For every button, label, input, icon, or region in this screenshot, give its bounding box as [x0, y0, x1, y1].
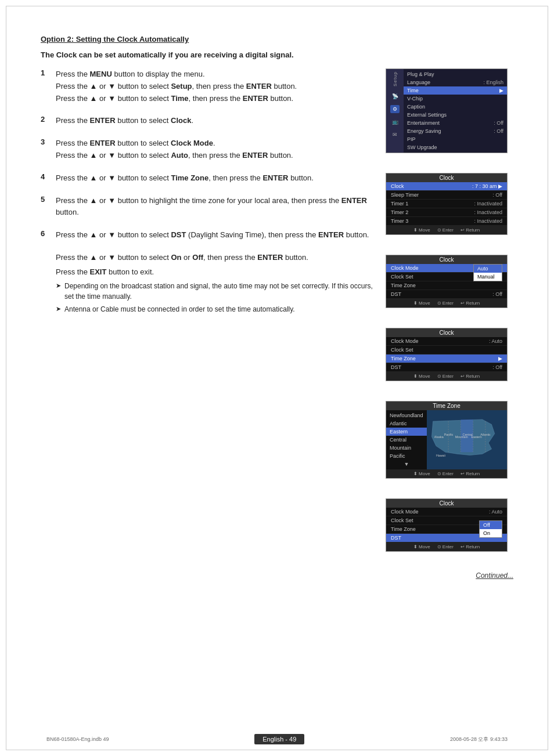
step-6-note2: ➤ Antenna or Cable must be connected in …: [56, 304, 374, 314]
setup-item-energy: Energy Saving: Off: [404, 127, 507, 135]
step-text-4: Press the ▲ or ▼ button to select Time Z…: [56, 172, 314, 185]
svg-text:Alaska: Alaska: [434, 435, 444, 439]
clock4-nav: ⬍ Move⊙ Enter↩ Return: [386, 542, 507, 551]
bold-intro: The Clock can be set automatically if yo…: [41, 50, 513, 59]
step-3: 3 Press the ENTER button to select Clock…: [41, 138, 374, 162]
svg-text:Hawaii: Hawaii: [436, 454, 445, 457]
clock2-nav: ⬍ Move⊙ Enter↩ Return: [386, 299, 507, 308]
clock1-item-timer1: Timer 1: Inactivated: [386, 200, 507, 208]
setup-item-entertainment: Entertainment: Off: [404, 119, 507, 127]
sidebar-icon-envelope: ✉: [390, 131, 400, 139]
setup-item-external: External Settings: [404, 111, 507, 119]
setup-item-plug: Plug & Play: [404, 70, 507, 78]
sidebar-icon-antenna: 📡: [390, 92, 400, 100]
tv-menu-setup: Setup 📡 ⚙ 📺 ✉ Plug & Play Language: Engl…: [386, 68, 508, 153]
setup-item-vchip: V-Chip: [404, 95, 507, 103]
clock1-header: Clock: [386, 173, 507, 182]
tz-content: Newfoundland Atlantic Eastern Central Mo…: [386, 410, 507, 469]
dropdown-on[interactable]: On: [480, 529, 502, 537]
setup-menu-content: Setup 📡 ⚙ 📺 ✉ Plug & Play Language: Engl…: [386, 69, 507, 153]
footer-right: 2008-05-28 오후 9:43:33: [450, 736, 508, 743]
tz-central: Central: [386, 436, 427, 444]
continued-text: Continued...: [41, 571, 513, 580]
svg-text:Atlantic: Atlantic: [480, 433, 491, 436]
tv-menu-timezone: Time Zone Newfoundland Atlantic Eastern …: [386, 401, 508, 479]
tv-menu-clock4: Clock Clock Mode: Auto Clock Set Time Zo…: [386, 498, 508, 552]
clock3-item-dst: DST: Off: [386, 363, 507, 372]
step-4: 4 Press the ▲ or ▼ button to select Time…: [41, 172, 374, 185]
setup-item-language: Language: English: [404, 78, 507, 86]
step-text-1: Press the MENU button to display the men…: [56, 68, 297, 104]
tz-pacific: Pacific: [386, 452, 427, 460]
dropdown-manual[interactable]: Manual: [474, 273, 502, 281]
clock2-item-tz: Time Zone: [386, 281, 507, 290]
note-text-1: Depending on the broadcast station and s…: [64, 281, 374, 302]
setup-item-sw: SW Upgrade: [404, 143, 507, 151]
clock4-item-mode: Clock Mode: Auto: [386, 508, 507, 516]
step-num-2: 2: [41, 115, 50, 127]
footer-left: BN68-01580A-Eng.indb 49: [46, 736, 109, 742]
setup-item-pip: PIP: [404, 135, 507, 143]
clock4-dropdown[interactable]: Off On: [479, 520, 502, 538]
tz-atlantic: Atlantic: [386, 419, 427, 428]
tv-menu-clock3: Clock Clock Mode: Auto Clock Set Time Zo…: [386, 328, 508, 381]
note-arrow-2: ➤: [56, 304, 61, 314]
footer-center: English - 49: [254, 734, 304, 744]
clock1-nav: ⬍ Move⊙ Enter↩ Return: [386, 226, 507, 234]
note-arrow-1: ➤: [56, 281, 61, 302]
tz-nav: ⬍ Move⊙ Enter↩ Return: [386, 469, 507, 478]
svg-text:Pacific: Pacific: [444, 433, 454, 436]
clock3-header: Clock: [386, 328, 507, 337]
tz-map: Alaska Pacific Mountain Central Eastern …: [427, 410, 507, 469]
clock1-item-sleep: Sleep Timer: Off: [386, 191, 507, 200]
tz-header: Time Zone: [386, 401, 507, 410]
setup-items: Plug & Play Language: English Time▶ V-Ch…: [404, 69, 507, 153]
clock3-item-tz: Time Zone▶: [386, 355, 507, 363]
section-title: Option 2: Setting the Clock Automaticall…: [41, 35, 513, 44]
step-num-1: 1: [41, 68, 50, 104]
step-num-3: 3: [41, 138, 50, 162]
dropdown-auto[interactable]: Auto: [474, 265, 502, 273]
tz-eastern: Eastern: [386, 428, 427, 436]
step-text-2: Press the ENTER button to select Clock.: [56, 115, 193, 127]
step-6: 6 Press the ▲ or ▼ button to select DST …: [41, 229, 374, 241]
step-text-6: Press the ▲ or ▼ button to select DST (D…: [56, 229, 369, 241]
clock2-dropdown[interactable]: Auto Manual: [473, 264, 502, 281]
step-5: 5 Press the ▲ or ▼ button to highlight t…: [41, 195, 374, 219]
right-col: Setup 📡 ⚙ 📺 ✉ Plug & Play Language: Engl…: [386, 68, 513, 554]
tv-menu-clock1: Clock Clock: 7 : 30 am ▶ Sleep Timer: Of…: [386, 173, 508, 235]
clock3-item-mode: Clock Mode: Auto: [386, 337, 507, 346]
step-num-6: 6: [41, 229, 50, 241]
clock3-item-set: Clock Set: [386, 346, 507, 355]
step-text-3: Press the ENTER button to select Clock M…: [56, 138, 293, 162]
clock2-item-dst: DST: Off: [386, 290, 507, 299]
clock1-item-clock: Clock: 7 : 30 am ▶: [386, 182, 507, 191]
setup-item-caption: Caption: [404, 103, 507, 111]
left-col: 1 Press the MENU button to display the m…: [41, 68, 374, 554]
step-6-sub1: Press the ▲ or ▼ button to select On or …: [56, 252, 374, 264]
tz-map-svg: Alaska Pacific Mountain Central Eastern …: [427, 410, 507, 469]
step-2: 2 Press the ENTER button to select Clock…: [41, 115, 374, 127]
step-6-note1: ➤ Depending on the broadcast station and…: [56, 281, 374, 302]
dropdown-off[interactable]: Off: [480, 521, 502, 529]
step-num-5: 5: [41, 195, 50, 219]
step-1: 1 Press the MENU button to display the m…: [41, 68, 374, 104]
sidebar-icon-screen: 📺: [390, 118, 400, 126]
tz-newfoundland: Newfoundland: [386, 411, 427, 419]
clock4-header: Clock: [386, 499, 507, 508]
note-text-2: Antenna or Cable must be connected in or…: [64, 304, 295, 314]
clock1-item-timer2: Timer 2: Inactivated: [386, 208, 507, 217]
main-layout: 1 Press the MENU button to display the m…: [41, 68, 513, 554]
footer: BN68-01580A-Eng.indb 49 English - 49 200…: [0, 734, 554, 744]
setup-sidebar-label: Setup: [393, 71, 398, 86]
step-text-5: Press the ▲ or ▼ button to highlight the…: [56, 195, 374, 219]
clock2-header: Clock: [386, 255, 507, 264]
clock3-nav: ⬍ Move⊙ Enter↩ Return: [386, 372, 507, 381]
tz-list: Newfoundland Atlantic Eastern Central Mo…: [386, 410, 427, 469]
tv-menu-clock2: Clock Clock Mode: Auto Clock Set Time Zo…: [386, 255, 508, 308]
setup-item-time: Time▶: [404, 86, 507, 95]
setup-sidebar-icons: 📡 ⚙ 📺 ✉: [390, 90, 400, 141]
clock1-item-timer3: Timer 3: Inactivated: [386, 217, 507, 226]
step-num-4: 4: [41, 172, 50, 185]
sidebar-icon-settings: ⚙: [390, 105, 400, 113]
